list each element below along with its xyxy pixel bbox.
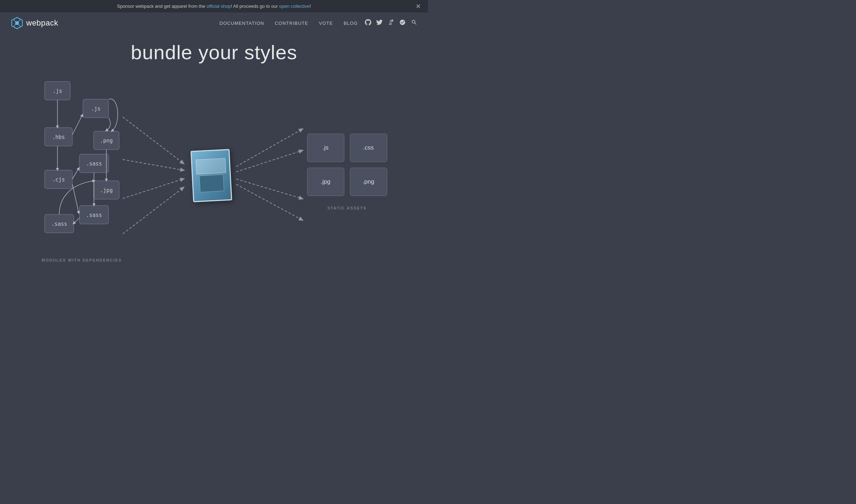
svg-text:.js: .js [52,88,62,94]
svg-text:.jpg: .jpg [100,187,112,194]
modules-section: .js .hbs .cjs .sass .js .png .sass [41,78,123,252]
navbar: webpack DOCUMENTATION CONTRIBUTE VOTE BL… [0,12,428,34]
banner-text: Sponsor webpack and get apparel from the… [117,4,311,9]
webpack-logo-icon [11,17,23,29]
nav-links: DOCUMENTATION CONTRIBUTE VOTE BLOG [219,20,358,26]
sponsor-banner: Sponsor webpack and get apparel from the… [0,0,428,12]
asset-png: .png [350,168,387,196]
svg-line-26 [72,168,79,179]
right-arrows [236,89,307,262]
stack-overflow-icon[interactable] [388,19,394,27]
svg-line-31 [72,184,79,213]
person-icon[interactable] [399,19,406,27]
search-icon[interactable] [411,19,417,27]
assets-label: STATIC ASSETS [307,206,387,210]
svg-line-30 [74,218,79,223]
svg-line-35 [123,188,183,234]
main-content: bundle your styles .js .hbs .cjs .sass [0,34,428,287]
svg-text:.png: .png [100,138,112,144]
svg-line-39 [236,184,302,220]
logo-link[interactable]: webpack [11,17,58,29]
logo-text: webpack [26,18,58,28]
left-arrows [123,89,187,262]
svg-text:.sass: .sass [86,161,102,167]
nav-vote[interactable]: VOTE [319,21,333,26]
bundle-section [187,89,236,262]
svg-line-34 [123,179,183,198]
svg-line-38 [236,179,302,198]
nav-icons [365,19,417,27]
left-arrows-svg [123,89,187,262]
svg-text:.cjs: .cjs [52,177,65,183]
asset-jpg: .jpg [307,168,344,196]
asset-css: .css [350,134,387,162]
svg-line-27 [72,115,82,135]
twitter-icon[interactable] [376,19,383,27]
github-icon[interactable] [365,19,371,27]
svg-rect-1 [15,21,19,25]
close-banner-button[interactable]: ✕ [416,2,421,10]
modules-label: MODULES WITH DEPENDENCIES [41,258,123,262]
nav-blog[interactable]: BLOG [344,21,358,26]
svg-text:.hbs: .hbs [52,134,65,140]
svg-text:.sass: .sass [51,221,67,227]
asset-js: .js [307,134,344,162]
svg-line-37 [236,151,302,172]
hero-title: bundle your styles [0,41,428,64]
diagram: .js .hbs .cjs .sass .js .png .sass [0,78,428,273]
nav-contribute[interactable]: CONTRIBUTE [275,21,309,26]
asset-grid: .js .css .jpg .png [307,134,387,196]
official-shop-link[interactable]: official shop [206,4,230,9]
modules-svg: .js .hbs .cjs .sass .js .png .sass [41,78,123,252]
right-arrows-svg [236,89,307,262]
svg-line-32 [123,117,183,163]
assets-section: .js .css .jpg .png STATIC ASSETS [307,134,387,196]
svg-text:.sass: .sass [86,212,102,218]
nav-documentation[interactable]: DOCUMENTATION [219,21,264,26]
open-collective-link[interactable]: open collective [279,4,310,9]
svg-text:.js: .js [91,106,100,112]
svg-line-33 [123,159,183,170]
bundle-card [190,149,232,202]
